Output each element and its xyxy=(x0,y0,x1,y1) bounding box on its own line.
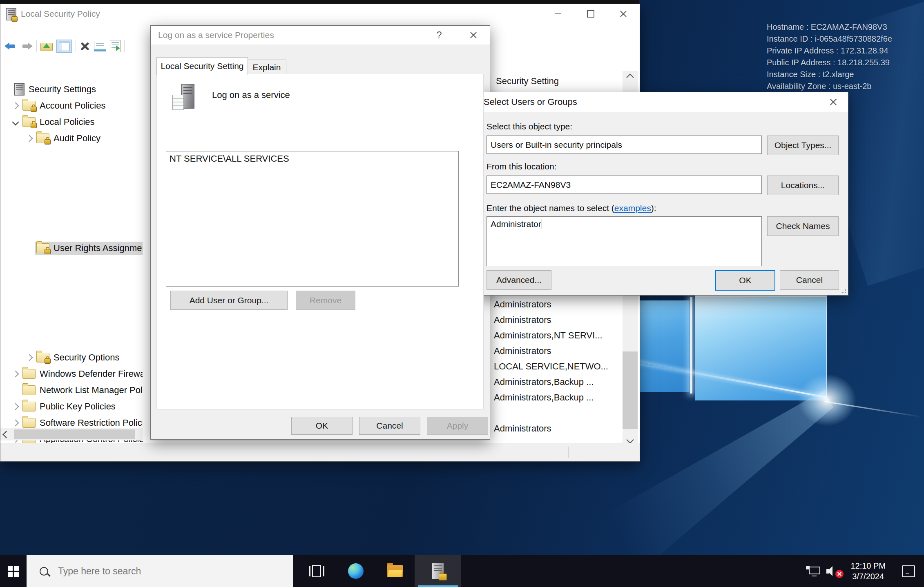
maximize-button[interactable] xyxy=(574,4,607,24)
window-titlebar[interactable]: Local Security Policy xyxy=(0,4,640,24)
tree-item-security-options[interactable]: Security Options xyxy=(0,349,143,366)
tree-item-icon xyxy=(22,101,36,111)
forward-icon[interactable] xyxy=(20,42,33,51)
taskbar-search[interactable] xyxy=(27,555,293,587)
list-row[interactable]: Administrators xyxy=(491,343,619,359)
resize-grip[interactable] xyxy=(840,287,846,293)
ok-button[interactable]: OK xyxy=(715,270,775,291)
expander-chevron-icon[interactable] xyxy=(10,388,21,393)
taskbar-clock[interactable]: 12:10 PM 3/7/2024 xyxy=(845,560,891,582)
members-listbox[interactable]: NT SERVICE\ALL SERVICES xyxy=(166,151,459,287)
column-header-security-setting[interactable]: Security Setting xyxy=(491,74,620,88)
back-icon[interactable] xyxy=(4,42,17,51)
object-names-value: Administrator xyxy=(491,219,541,229)
advanced-button[interactable]: Advanced... xyxy=(487,270,551,290)
volume-tray-button[interactable] xyxy=(824,565,845,577)
scroll-up-arrow[interactable] xyxy=(623,71,638,83)
help-button[interactable]: ? xyxy=(428,26,451,44)
list-row[interactable]: Administrators,Backup ... xyxy=(491,390,619,405)
tree-item-windows-defender-firewall[interactable]: Windows Defender Firewall with Advanced … xyxy=(0,366,143,382)
close-icon[interactable] xyxy=(462,26,485,44)
check-names-button[interactable]: Check Names xyxy=(767,216,839,236)
dialog-titlebar[interactable]: Select Users or Groups xyxy=(476,92,848,112)
tree-item-security-settings[interactable]: Security Settings xyxy=(0,81,143,98)
system-tray: 12:10 PM 3/7/2024 xyxy=(802,555,924,587)
list-row[interactable]: Administrators,NT SERVI... xyxy=(491,328,619,343)
expander-chevron-icon[interactable] xyxy=(2,87,13,92)
expander-chevron-icon[interactable] xyxy=(10,404,21,409)
console-tree: Security Settings Account Policies xyxy=(0,81,143,443)
object-type-field[interactable]: Users or Built-in security principals xyxy=(487,136,762,154)
tree-item-local-policies[interactable]: Local Policies xyxy=(0,114,143,130)
list-row[interactable] xyxy=(491,405,619,421)
tab-local-security-setting[interactable]: Local Security Setting xyxy=(156,57,248,75)
file-explorer-taskbar-button[interactable] xyxy=(375,555,415,587)
dialog-titlebar[interactable]: Log on as a service Properties ? xyxy=(151,26,490,44)
tree-item-label: Windows Defender Firewall with Advanced … xyxy=(40,369,143,379)
action-center-icon[interactable] xyxy=(902,565,915,577)
console-tree-toggle-icon[interactable] xyxy=(56,40,72,53)
apply-button[interactable]: Apply xyxy=(427,417,488,435)
scroll-left-arrow[interactable] xyxy=(0,432,12,437)
tree-item-icon xyxy=(36,133,49,143)
local-security-policy-taskbar-button[interactable] xyxy=(415,555,461,587)
list-row[interactable]: Administrators,Backup ... xyxy=(491,374,619,390)
expander-chevron-icon[interactable] xyxy=(10,120,21,125)
remove-button[interactable]: Remove xyxy=(296,291,355,310)
expander-chevron-icon[interactable] xyxy=(10,103,21,108)
scrollbar-thumb[interactable] xyxy=(14,429,135,439)
toolbar-separator[interactable] xyxy=(36,40,37,52)
toolbar-separator[interactable] xyxy=(124,40,125,52)
object-types-button[interactable]: Object Types... xyxy=(767,136,839,155)
tree-horizontal-scrollbar[interactable] xyxy=(0,428,143,440)
tab-explain[interactable]: Explain xyxy=(247,60,286,75)
ok-button[interactable]: OK xyxy=(291,417,353,435)
export-list-icon[interactable] xyxy=(110,40,121,52)
tree-item-audit-policy[interactable]: Audit Policy xyxy=(0,130,143,147)
network-icon xyxy=(806,566,820,576)
locations-button[interactable]: Locations... xyxy=(767,176,839,195)
edge-taskbar-button[interactable] xyxy=(336,555,375,587)
cancel-button[interactable]: Cancel xyxy=(359,417,420,435)
screen: Hostname : EC2AMAZ-FAN98V3Instance ID : … xyxy=(0,0,924,587)
tree-item-icon xyxy=(22,402,36,411)
expander-chevron-icon[interactable] xyxy=(24,246,35,251)
tree-item-user-rights-assignment[interactable]: User Rights Assignment xyxy=(0,147,143,349)
cancel-button[interactable]: Cancel xyxy=(780,270,839,290)
expander-chevron-icon[interactable] xyxy=(10,420,21,425)
dialog-title: Log on as a service Properties xyxy=(158,30,274,40)
security-setting-values: AdministratorsAdministratorsAdministrato… xyxy=(491,297,619,436)
network-tray-button[interactable] xyxy=(802,566,824,576)
status-bar-divider xyxy=(568,447,569,458)
list-row[interactable]: Administrators xyxy=(491,421,619,436)
object-names-textarea[interactable]: Administrator xyxy=(487,216,762,266)
list-row[interactable]: Administrators xyxy=(491,297,619,312)
expander-chevron-icon[interactable] xyxy=(24,136,35,141)
minimize-button[interactable] xyxy=(542,4,574,24)
search-input[interactable] xyxy=(57,565,239,577)
examples-link[interactable]: examples xyxy=(614,203,651,213)
toolbar-separator[interactable] xyxy=(76,40,76,52)
tree-item-account-policies[interactable]: Account Policies xyxy=(0,98,143,114)
expander-chevron-icon[interactable] xyxy=(24,355,35,360)
wallpaper-glow xyxy=(788,365,866,435)
local-security-policy-icon xyxy=(432,563,444,579)
list-row[interactable]: Administrators xyxy=(491,312,619,328)
tree-item-icon xyxy=(14,83,25,96)
location-field[interactable]: EC2AMAZ-FAN98V3 xyxy=(487,176,762,194)
delete-icon[interactable] xyxy=(80,41,90,51)
member-item[interactable]: NT SERVICE\ALL SERVICES xyxy=(170,153,455,164)
tree-item-network-list-manager[interactable]: Network List Manager Policies xyxy=(0,382,143,398)
close-icon[interactable] xyxy=(822,92,845,112)
start-button[interactable] xyxy=(0,555,27,587)
tree-item-public-key-policies[interactable]: Public Key Policies xyxy=(0,398,143,415)
properties-icon[interactable] xyxy=(94,41,106,51)
export-folder-icon[interactable] xyxy=(40,41,53,51)
scrollbar-thumb[interactable] xyxy=(623,351,638,429)
task-view-button[interactable] xyxy=(297,555,336,587)
expander-chevron-icon[interactable] xyxy=(10,371,21,376)
close-button[interactable] xyxy=(607,4,640,24)
list-row[interactable]: LOCAL SERVICE,NETWO... xyxy=(491,359,619,374)
tree-item-label: Public Key Policies xyxy=(40,401,116,412)
add-user-or-group-button[interactable]: Add User or Group... xyxy=(170,291,288,310)
